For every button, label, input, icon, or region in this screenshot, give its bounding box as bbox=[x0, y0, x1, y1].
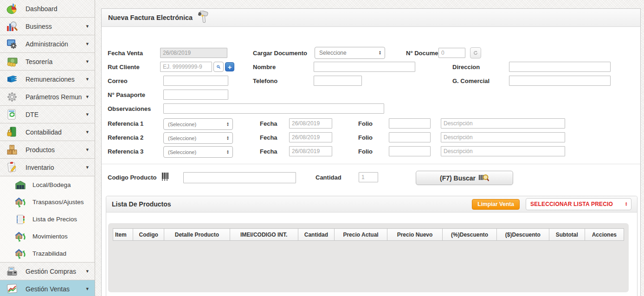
direccion-input[interactable] bbox=[509, 62, 611, 72]
chevron-down-icon: ▾ bbox=[86, 147, 89, 153]
cantidad-input[interactable] bbox=[359, 172, 378, 182]
col-acciones: Acciones bbox=[585, 229, 624, 241]
sidebar-item-parametros-remun[interactable]: Parámetros Remun ▾ bbox=[0, 88, 95, 106]
sidebar-item-remuneraciones[interactable]: Remuneraciones ▾ bbox=[0, 71, 95, 88]
col-imei-codigo-int: IMEI/CODIGO INT. bbox=[230, 229, 298, 241]
sidebar-item-label: Productos bbox=[26, 146, 55, 154]
g-comercial-input[interactable] bbox=[509, 76, 611, 86]
sidebar-item-label: Traspasos/Ajustes bbox=[32, 199, 84, 206]
referencia-1-fecha-input[interactable] bbox=[289, 118, 332, 129]
page-title: Nueva Factura Electrónica bbox=[108, 14, 193, 21]
n-pasaporte-label: N° Pasaporte bbox=[108, 91, 145, 98]
sidebar-item-label: Inventario bbox=[26, 164, 54, 171]
sidebar-item-contabilidad[interactable]: Contabilidad ▾ bbox=[0, 123, 95, 141]
sidebar-item-label: Contabilidad bbox=[26, 129, 62, 136]
chevron-down-icon: ▾ bbox=[86, 129, 89, 135]
section-divider bbox=[102, 164, 640, 164]
rut-cliente-input[interactable] bbox=[160, 62, 212, 72]
productos-table: Item Codigo Detalle Producto IMEI/CODIGO… bbox=[113, 228, 624, 241]
rut-search-button[interactable] bbox=[213, 62, 224, 72]
sidebar-item-dashboard[interactable]: Dashboard bbox=[0, 0, 95, 18]
cargar-documento-value: Seleccione bbox=[319, 50, 347, 56]
transfer-icon bbox=[15, 248, 26, 259]
n-documento-input[interactable] bbox=[438, 48, 465, 58]
referencia-1-select[interactable]: (Seleccione) ▲▼ bbox=[163, 118, 233, 130]
sidebar-item-label: Trazabilidad bbox=[32, 250, 66, 257]
chevron-down-icon: ▾ bbox=[86, 268, 89, 274]
refresh-folio-button[interactable] bbox=[470, 47, 481, 58]
sidebar-item-tesoreria[interactable]: Tesorería ▾ bbox=[0, 53, 95, 71]
search-icon bbox=[217, 64, 220, 70]
plus-icon: + bbox=[228, 64, 232, 71]
referencia-3-fecha-input[interactable] bbox=[289, 146, 332, 156]
sidebar-item-gestion-compras[interactable]: Gestión Compras ▾ bbox=[0, 263, 95, 280]
ledger-lock-icon bbox=[6, 126, 18, 138]
add-client-button[interactable]: + bbox=[225, 62, 234, 71]
sidebar-item-productos[interactable]: Productos ▾ bbox=[0, 141, 95, 159]
select-arrows-icon: ▲▼ bbox=[226, 150, 231, 154]
inventario-submenu: Local/Bodega Traspasos/Ajustes Lista de … bbox=[0, 176, 95, 263]
sidebar-item-movimientos[interactable]: Movimientos bbox=[0, 228, 95, 245]
sidebar-item-traspasos-ajustes[interactable]: Traspasos/Ajustes bbox=[0, 193, 95, 211]
referencia-2-fecha-input[interactable] bbox=[289, 132, 332, 142]
referencia-2-select[interactable]: (Seleccione) ▲▼ bbox=[163, 132, 233, 144]
treasury-icon bbox=[6, 56, 18, 68]
referencia-1-descripcion-input[interactable] bbox=[441, 118, 565, 129]
sidebar-item-local-bodega[interactable]: Local/Bodega bbox=[0, 176, 95, 193]
col-pct-descuento: (%)Descuento bbox=[443, 229, 497, 241]
cargar-documento-select[interactable]: Seleccione ▲▼ bbox=[315, 47, 385, 59]
administration-icon bbox=[6, 38, 18, 50]
sidebar-item-lista-de-precios[interactable]: Lista de Precios bbox=[0, 211, 95, 228]
codigo-producto-input[interactable] bbox=[183, 172, 296, 183]
limpiar-venta-button[interactable]: Limpiar Venta bbox=[472, 199, 520, 210]
correo-input[interactable] bbox=[163, 76, 228, 86]
sidebar-item-business[interactable]: Business ▾ bbox=[0, 18, 95, 35]
referencia-3-label: Referencia 3 bbox=[108, 148, 143, 155]
referencia-3-folio-input[interactable] bbox=[389, 146, 431, 156]
folio-label: Folio bbox=[358, 148, 373, 155]
g-comercial-label: G. Comercial bbox=[452, 77, 489, 84]
telefono-input[interactable] bbox=[314, 76, 362, 86]
buscar-button[interactable]: (F7) Buscar bbox=[416, 171, 513, 185]
sidebar-item-inventario[interactable]: Inventario ▾ bbox=[0, 159, 95, 176]
referencia-2-descripcion-input[interactable] bbox=[441, 132, 565, 142]
sidebar-item-gestion-ventas[interactable]: Gestión Ventas ▾ bbox=[0, 280, 95, 296]
select-arrows-icon: ▲▼ bbox=[625, 202, 629, 206]
sidebar-item-trazabilidad[interactable]: Trazabilidad bbox=[0, 245, 95, 262]
price-list-icon bbox=[15, 214, 26, 225]
sidebar-item-label: Gestión Ventas bbox=[26, 285, 70, 293]
referencia-1-value: (Seleccione) bbox=[168, 122, 196, 127]
dashboard-icon bbox=[6, 3, 18, 15]
buscar-button-label: (F7) Buscar bbox=[440, 174, 476, 182]
referencia-1-label: Referencia 1 bbox=[108, 120, 143, 127]
fecha-venta-input[interactable] bbox=[160, 48, 227, 58]
lista-precio-select[interactable]: SELECCIONAR LISTA PRECIO ▲▼ bbox=[526, 198, 631, 210]
observaciones-input[interactable] bbox=[163, 103, 384, 114]
n-pasaporte-input[interactable] bbox=[163, 90, 228, 100]
purchases-icon bbox=[6, 265, 18, 277]
sidebar: Dashboard Business ▾ Administración ▾ Te… bbox=[0, 0, 95, 296]
sidebar-item-label: Dashboard bbox=[26, 5, 58, 13]
referencia-3-descripcion-input[interactable] bbox=[441, 146, 565, 156]
sidebar-item-administracion[interactable]: Administración ▾ bbox=[0, 35, 95, 53]
nombre-input[interactable] bbox=[314, 62, 415, 72]
nombre-label: Nombre bbox=[253, 64, 276, 71]
chevron-down-icon: ▾ bbox=[86, 58, 89, 64]
sidebar-item-dte[interactable]: DTE ▾ bbox=[0, 106, 95, 123]
cargar-documento-label: Cargar Documento bbox=[253, 50, 307, 57]
invoice-form: Fecha Venta Cargar Documento Seleccione … bbox=[102, 27, 640, 296]
referencia-3-select[interactable]: (Seleccione) ▲▼ bbox=[163, 146, 233, 158]
rut-cliente-label: Rut Cliente bbox=[108, 64, 140, 71]
sales-chart-icon bbox=[6, 283, 18, 295]
col-codigo: Codigo bbox=[133, 229, 164, 241]
sidebar-item-label: Business bbox=[26, 23, 52, 30]
sidebar-item-label: Movimientos bbox=[32, 233, 68, 240]
observaciones-label: Observaciones bbox=[108, 105, 151, 112]
referencia-2-folio-input[interactable] bbox=[389, 132, 431, 142]
chevron-down-icon: ▾ bbox=[86, 94, 89, 100]
sidebar-item-label: Local/Bodega bbox=[32, 181, 71, 188]
referencia-1-folio-input[interactable] bbox=[389, 118, 431, 129]
payroll-books-icon bbox=[6, 73, 18, 85]
sidebar-item-label: Gestión Compras bbox=[26, 268, 76, 275]
business-icon bbox=[6, 20, 18, 32]
